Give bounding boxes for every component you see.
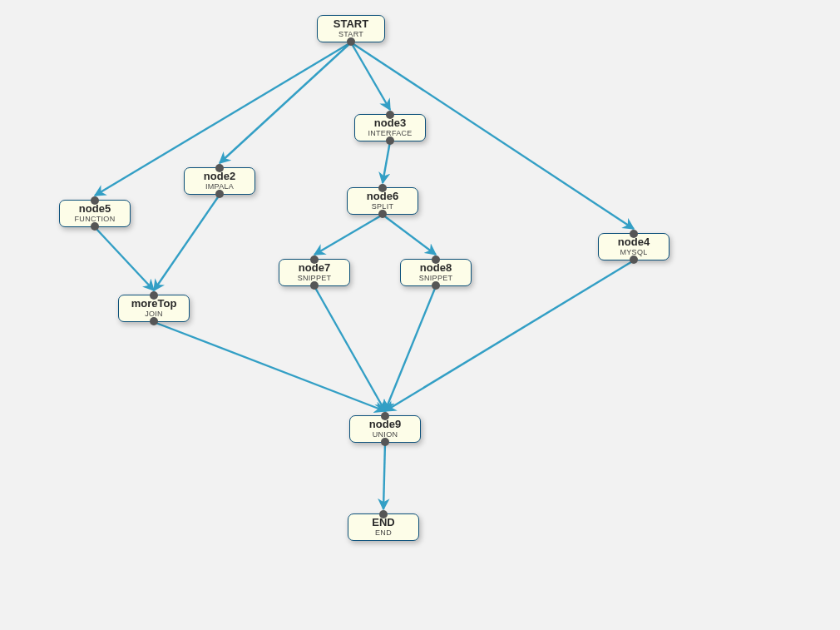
node-title: node8: [404, 262, 467, 274]
node-title: node3: [358, 117, 422, 129]
port-in-node6[interactable]: [378, 184, 387, 192]
port-out-node7[interactable]: [310, 281, 319, 290]
node-node2[interactable]: node2IMPALA: [184, 167, 255, 195]
node-node3[interactable]: node3INTERFACE: [354, 114, 426, 141]
port-out-node9[interactable]: [381, 438, 389, 446]
node-node6[interactable]: node6SPLIT: [347, 187, 418, 215]
port-in-end[interactable]: [379, 510, 388, 518]
node-node5[interactable]: node5FUNCTION: [59, 200, 131, 227]
node-node4[interactable]: node4MYSQL: [598, 233, 670, 260]
node-node8[interactable]: node8SNIPPET: [400, 259, 472, 286]
edge-node6-node8: [383, 215, 436, 255]
node-title: node9: [353, 419, 417, 430]
node-node9[interactable]: node9UNION: [349, 415, 421, 443]
port-out-node4[interactable]: [630, 255, 638, 264]
port-in-node8[interactable]: [432, 255, 440, 264]
port-in-moreTop[interactable]: [150, 291, 158, 300]
edge-start-node2: [220, 42, 351, 163]
port-out-node2[interactable]: [215, 190, 224, 198]
edge-moreTop-node9: [154, 322, 385, 411]
node-end[interactable]: ENDEND: [348, 513, 419, 541]
port-out-node8[interactable]: [432, 281, 440, 290]
node-title: node2: [188, 171, 251, 182]
port-in-node4[interactable]: [630, 230, 638, 238]
node-title: moreTop: [122, 298, 185, 310]
port-in-node7[interactable]: [310, 255, 319, 264]
node-subtitle: END: [352, 528, 415, 537]
port-in-node3[interactable]: [386, 111, 394, 119]
port-in-node5[interactable]: [91, 196, 99, 205]
port-out-node6[interactable]: [378, 210, 387, 218]
edge-node2-moreTop: [154, 195, 220, 290]
edge-node5-moreTop: [95, 227, 154, 290]
port-out-node5[interactable]: [91, 222, 99, 231]
edge-start-node3: [351, 42, 390, 110]
node-start[interactable]: STARTSTART: [317, 15, 385, 42]
node-title: START: [321, 18, 381, 30]
node-node7[interactable]: node7SNIPPET: [279, 259, 350, 286]
edge-node3-node6: [383, 141, 390, 183]
node-title: END: [352, 517, 415, 528]
port-out-start[interactable]: [347, 37, 355, 46]
edge-node6-node7: [314, 215, 383, 255]
node-moreTop[interactable]: moreTopJOIN: [118, 295, 190, 322]
diagram-canvas[interactable]: STARTSTARTnode3INTERFACEnode2IMPALAnode5…: [0, 0, 840, 630]
port-out-moreTop[interactable]: [150, 317, 158, 325]
edge-node9-end: [383, 443, 385, 509]
node-title: node7: [283, 262, 346, 274]
node-title: node4: [602, 236, 665, 248]
node-title: node5: [63, 203, 126, 215]
port-in-node2[interactable]: [215, 164, 224, 172]
edge-node7-node9: [314, 286, 385, 411]
edge-node8-node9: [385, 286, 436, 411]
port-out-node3[interactable]: [386, 136, 394, 145]
node-title: node6: [351, 191, 414, 202]
port-in-node9[interactable]: [381, 412, 389, 420]
